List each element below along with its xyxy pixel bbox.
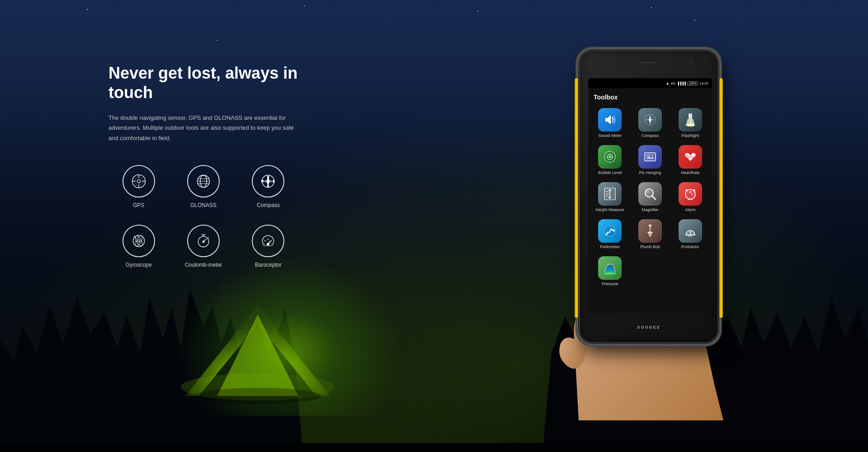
magnifier-svg xyxy=(643,187,657,201)
height-measure-label: Height Measure xyxy=(596,207,625,212)
protractor-svg: 180° xyxy=(684,224,697,238)
feature-compass: N S W E Compass xyxy=(238,165,298,208)
svg-line-41 xyxy=(264,240,266,241)
svg-text:180°: 180° xyxy=(688,235,692,237)
svg-text:S: S xyxy=(268,185,269,187)
pedometer-svg xyxy=(603,224,617,238)
magnifier-label: Magnifier xyxy=(642,207,658,212)
app-pedometer[interactable]: Pedometer xyxy=(592,217,628,251)
toolbox-app: Toolbox Sound Meter xyxy=(588,88,712,313)
svg-text:N: N xyxy=(268,176,269,178)
svg-point-85 xyxy=(689,193,691,195)
plumb-bob-icon xyxy=(638,219,662,243)
bubble-level-svg xyxy=(603,150,617,164)
glonass-label: GLONASS xyxy=(190,202,217,208)
app-flashlight[interactable]: Flashlight xyxy=(672,106,708,140)
pressure-icon xyxy=(598,256,622,280)
svg-line-37 xyxy=(208,237,209,239)
heartrate-label: HeartRate xyxy=(681,170,699,175)
protractor-label: Protractor xyxy=(681,245,699,249)
app-heartrate[interactable]: HeartRate xyxy=(672,143,708,177)
gauge-icon xyxy=(260,233,276,249)
status-icons: ▲ 4G ▐▐▐▐ 100% 14:32 xyxy=(666,81,708,85)
app-protractor[interactable]: 180° Protractor xyxy=(672,217,708,251)
pedometer-label: Pedometer xyxy=(600,245,620,249)
wifi-icon: ▲ xyxy=(666,81,670,85)
app-pic-hanging[interactable]: Pic Hanging xyxy=(632,143,669,177)
svg-point-44 xyxy=(267,243,269,245)
svg-point-13 xyxy=(135,177,143,185)
feature-glonass: GLONASS xyxy=(173,165,233,208)
alarm-icon xyxy=(679,182,702,206)
gyroscope-icon-circle xyxy=(123,225,155,257)
globe-icon xyxy=(195,173,212,189)
app-bubble-level[interactable]: Bubble Level xyxy=(592,143,628,177)
compass-app-label: Compass xyxy=(642,133,659,138)
svg-point-8 xyxy=(137,179,140,183)
bubble-level-icon xyxy=(598,145,622,169)
heartrate-svg xyxy=(684,150,697,164)
speaker-grill xyxy=(640,61,658,63)
network-icon: 4G xyxy=(671,81,676,85)
compass-label: Compass xyxy=(257,202,280,208)
app-plumb-bob[interactable]: Plumb Bob xyxy=(632,217,669,251)
signal-bars: ▐▐▐▐ xyxy=(677,82,686,85)
stopwatch-icon xyxy=(195,233,212,249)
app-sound-meter[interactable]: Sound Meter xyxy=(592,106,628,140)
svg-point-36 xyxy=(203,241,204,243)
compass-app-svg xyxy=(643,113,657,127)
svg-point-30 xyxy=(137,240,140,242)
flashlight-svg xyxy=(684,113,697,127)
gyroscope-label: Gyroscope xyxy=(126,262,152,268)
gps-icon xyxy=(131,173,147,189)
app-alarm[interactable]: Alarm xyxy=(672,180,708,214)
phone-gold-right xyxy=(719,78,723,318)
app-magnifier[interactable]: Magnifier xyxy=(632,180,669,214)
flashlight-label: Flashlight xyxy=(681,133,699,138)
svg-point-22 xyxy=(268,180,269,182)
svg-rect-91 xyxy=(649,225,651,226)
glonass-icon-circle xyxy=(187,165,220,198)
gyroscope-icon xyxy=(131,233,147,249)
pic-hanging-icon xyxy=(638,145,662,169)
pressure-label: Pressure xyxy=(602,282,618,286)
svg-marker-50 xyxy=(605,115,611,124)
phone-brand-label: DOOGEE xyxy=(637,325,660,330)
status-bar: ▲ 4G ▐▐▐▐ 100% 14:32 xyxy=(588,78,712,88)
gps-label: GPS xyxy=(133,202,144,208)
plumb-bob-label: Plumb Bob xyxy=(640,245,660,249)
baro-label: Baroceptor xyxy=(255,262,282,268)
main-heading: Never get lost, always in touch xyxy=(108,63,298,102)
pic-hanging-svg xyxy=(643,150,657,164)
svg-rect-55 xyxy=(689,113,692,119)
front-camera xyxy=(690,60,693,63)
sound-meter-svg xyxy=(604,113,616,126)
app-pressure[interactable]: Pressure xyxy=(592,254,628,288)
alarm-svg xyxy=(684,187,697,201)
app-compass[interactable]: Compass xyxy=(632,106,669,140)
gps-icon-circle xyxy=(123,165,155,198)
svg-point-54 xyxy=(649,119,651,121)
svg-point-6 xyxy=(194,388,321,404)
compass-app-icon xyxy=(638,108,662,132)
left-content-area: Never get lost, always in touch The doub… xyxy=(108,63,298,268)
clock-display: 14:32 xyxy=(699,81,708,85)
svg-point-90 xyxy=(613,230,615,231)
feature-coulomb: Coulomb-meter xyxy=(173,225,233,268)
protractor-icon: 180° xyxy=(679,219,702,243)
app-height-measure[interactable]: Height Measure xyxy=(592,180,628,214)
feature-gyroscope: Gyroscope xyxy=(108,225,169,268)
svg-point-67 xyxy=(651,154,653,156)
height-measure-svg xyxy=(604,187,616,201)
svg-point-79 xyxy=(646,190,649,193)
svg-line-78 xyxy=(652,196,656,199)
sound-meter-label: Sound Meter xyxy=(599,133,622,138)
baro-icon-circle xyxy=(252,225,284,257)
compass-icon: N S W E xyxy=(260,173,276,189)
pedometer-icon xyxy=(598,219,622,243)
sound-meter-icon xyxy=(598,108,622,132)
pressure-svg xyxy=(603,261,617,275)
bubble-level-label: Bubble Level xyxy=(598,170,622,175)
phone-mockup-container: ▲ 4G ▐▐▐▐ 100% 14:32 Toolbox xyxy=(570,23,778,420)
coulomb-label: Coulomb-meter xyxy=(185,262,222,268)
